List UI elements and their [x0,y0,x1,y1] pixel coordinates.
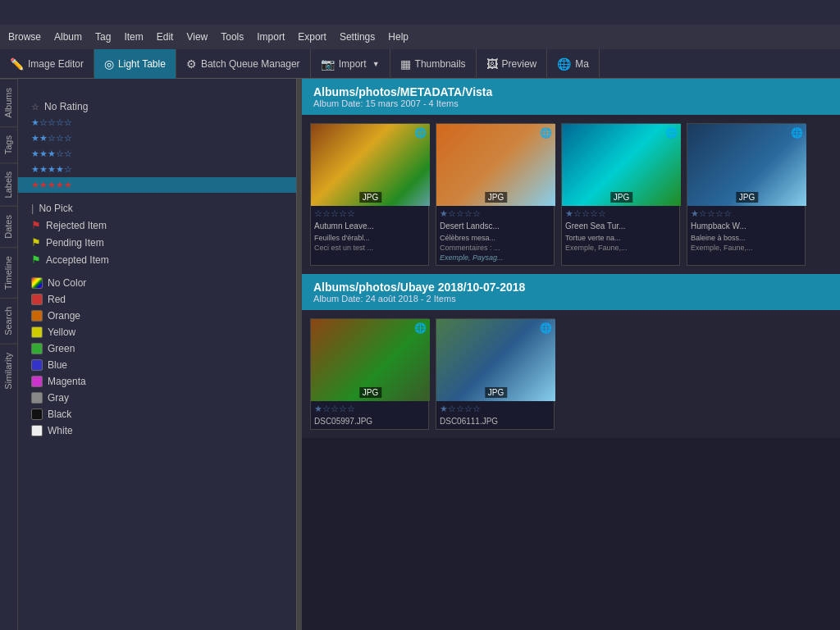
pick-label: Accepted Item [46,254,109,266]
color-item-green[interactable]: Green [18,340,296,357]
color-item-black[interactable]: Black [18,406,296,422]
photo-line2: Baleine à boss... [687,234,805,244]
photo-line2: Tortue verte na... [562,234,679,244]
toolbar-btn-light-table[interactable]: ◎ Light Table [94,49,176,79]
photo-desc: Exemple, Faune,... [687,244,805,253]
no-rating-star-icon: ☆ [31,102,39,112]
color-label: Red [48,294,66,305]
photo-image: 🌐 JPG [436,124,555,206]
pick-label: Rejected Item [46,220,107,231]
photo-grid-album2: 🌐 JPG ★☆☆☆☆ DSC05997.JPG 🌐 JPG ★☆☆☆☆ DSC… [302,310,840,438]
content-area: Albums/photos/METADATA/Vista Album Date:… [302,79,840,630]
pick-item-pending[interactable]: ⚑ Pending Item [18,234,296,251]
rating-item-5stars[interactable]: ★★★★★ [18,177,296,193]
photo-format-label: JPG [736,192,758,203]
color-swatch-gray [31,392,43,404]
color-item-orange[interactable]: Orange [18,308,296,324]
color-swatch-blue [31,359,43,371]
photo-image: 🌐 JPG [687,124,806,206]
globe-icon: 🌐 [540,127,552,139]
batch-queue-icon: ⚙ [186,57,197,71]
toolbar-btn-import[interactable]: 📷 Import▼ [311,49,390,79]
rating-item-3stars[interactable]: ★★★☆☆ [18,146,296,162]
photo-thumb-p5[interactable]: 🌐 JPG ★☆☆☆☆ DSC05997.JPG [310,318,429,430]
menu-item-album[interactable]: Album [54,31,82,43]
toolbar-btn-batch-queue[interactable]: ⚙ Batch Queue Manager [176,49,311,79]
vtab-albums[interactable]: Albums [0,79,17,126]
color-swatch-yellow [31,326,43,338]
color-item-yellow[interactable]: Yellow [18,324,296,340]
pick-item-no-pick[interactable]: | No Pick [18,199,296,217]
album-header-album1: Albums/photos/METADATA/Vista Album Date:… [302,79,840,115]
color-swatch-orange [31,310,43,322]
toolbar-btn-image-editor[interactable]: ✏️ Image Editor [0,49,94,79]
photo-tags: Exemple, Paysag... [436,253,554,265]
toolbar-btn-map[interactable]: 🌐 Ma [547,49,600,79]
color-label: Blue [48,359,67,371]
menu-item-import[interactable]: Import [257,31,285,43]
toolbar-label-map: Ma [575,58,589,70]
color-item-magenta[interactable]: Magenta [18,373,296,390]
toolbar-btn-preview[interactable]: 🖼 Preview [477,49,548,79]
color-label: White [48,425,73,436]
vtab-labels[interactable]: Labels [0,162,17,206]
photo-thumb-p6[interactable]: 🌐 JPG ★☆☆☆☆ DSC06111.JPG [436,318,555,430]
star-icon: ★★☆☆☆ [31,133,72,144]
dropdown-arrow-icon: ▼ [372,60,380,68]
star-icon: ★★★☆☆ [31,148,72,159]
photo-line2: Célèbres mesa... [436,234,554,244]
color-item-blue[interactable]: Blue [18,357,296,373]
photo-grid-album1: 🌐 JPG ☆☆☆☆☆ Autumn Leave... Feuilles d'é… [302,115,840,274]
photo-line2: Feuilles d'érabl... [311,234,428,244]
toolbar-btn-thumbnails[interactable]: ▦ Thumbnails [390,49,477,79]
color-item-gray[interactable]: Gray [18,390,296,406]
toolbar: ✏️ Image Editor◎ Light Table⚙ Batch Queu… [0,49,840,79]
rating-item-1star[interactable]: ★☆☆☆☆ [18,115,296,130]
menu-item-view[interactable]: View [186,31,208,43]
menu-item-edit[interactable]: Edit [157,31,174,43]
menu-item-settings[interactable]: Settings [340,31,375,43]
light-table-icon: ◎ [104,57,114,71]
vtab-search[interactable]: Search [0,298,17,344]
rating-item-no-rating[interactable]: ☆ No Rating [18,98,296,115]
thumbnails-icon: ▦ [400,57,411,71]
pick-item-accepted[interactable]: ⚑ Accepted Item [18,251,296,268]
vtab-dates[interactable]: Dates [0,206,17,247]
globe-icon: 🌐 [414,322,427,334]
color-item-red[interactable]: Red [18,291,296,308]
photo-desc: Exemple, Faune,... [562,244,679,253]
menu-item-browse[interactable]: Browse [8,31,41,43]
menu-item-item[interactable]: Item [124,31,143,43]
sidebar: ☆ No Rating★☆☆☆☆★★☆☆☆★★★☆☆★★★★☆★★★★★ | N… [18,79,297,630]
menu-item-tools[interactable]: Tools [221,31,244,43]
toolbar-label-preview: Preview [502,58,537,70]
color-item-white[interactable]: White [18,422,296,439]
star-icon: ★★★★★ [31,180,72,190]
color-item-no-color[interactable]: No Color [18,275,296,291]
rating-item-2stars[interactable]: ★★☆☆☆ [18,130,296,146]
photo-thumb-p1[interactable]: 🌐 JPG ☆☆☆☆☆ Autumn Leave... Feuilles d'é… [310,123,429,266]
menu-item-export[interactable]: Export [298,31,326,43]
photo-name: Green Sea Tur... [562,220,679,234]
photo-thumb-p4[interactable]: 🌐 JPG ★☆☆☆☆ Humpback W... Baleine à boss… [687,123,806,266]
rating-label: No Rating [44,101,88,112]
vtab-timeline[interactable]: Timeline [0,247,17,298]
color-label: Gray [48,392,69,404]
photo-thumb-p2[interactable]: 🌐 JPG ★☆☆☆☆ Desert Landsc... Célèbres me… [436,123,555,266]
main-layout: AlbumsTagsLabelsDatesTimelineSearchSimil… [0,79,840,630]
globe-icon: 🌐 [540,322,552,334]
vtab-tags[interactable]: Tags [0,126,17,162]
color-label: No Color [48,277,86,289]
toolbar-label-light-table: Light Table [118,58,166,70]
toolbar-label-image-editor: Image Editor [28,58,84,70]
photo-thumb-p3[interactable]: 🌐 JPG ★☆☆☆☆ Green Sea Tur... Tortue vert… [561,123,680,266]
labels-section [18,85,296,92]
menu-item-help[interactable]: Help [388,31,409,43]
vtab-similarity[interactable]: Similarity [0,344,17,398]
menu-item-tag[interactable]: Tag [95,31,111,43]
rating-item-4stars[interactable]: ★★★★☆ [18,162,296,177]
color-swatch-no-color [31,277,43,289]
pick-item-rejected[interactable]: ⚑ Rejected Item [18,217,296,234]
photo-stars: ★☆☆☆☆ [436,401,554,415]
pick-flag-icon: | [31,202,34,214]
